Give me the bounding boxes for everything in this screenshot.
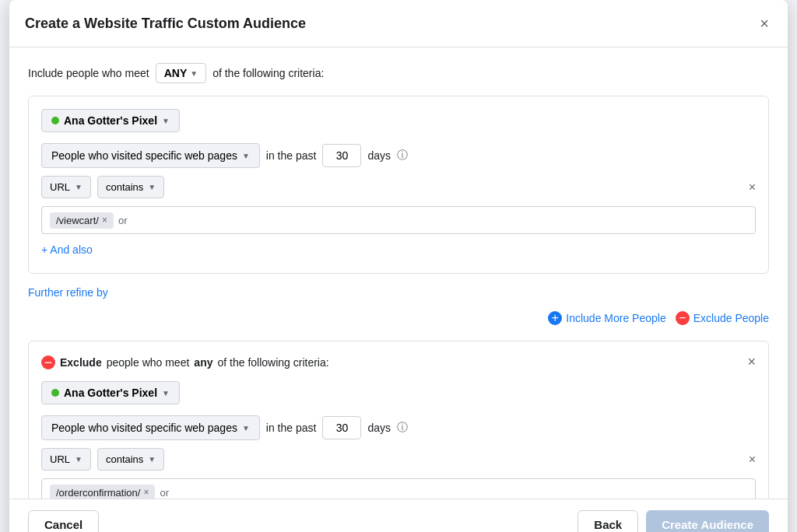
include-url-label: URL xyxy=(50,181,70,193)
exclude-tag-value: /orderconfirmation/ xyxy=(56,487,140,499)
include-url-row: URL ▼ contains ▼ × xyxy=(41,176,756,198)
any-dropdown[interactable]: ANY ▼ xyxy=(156,63,206,83)
exclude-title: − Exclude people who meet any of the fol… xyxy=(41,355,329,369)
any-chevron-icon: ▼ xyxy=(190,69,198,78)
exclude-rule-dropdown[interactable]: People who visited specific web pages ▼ xyxy=(41,415,260,440)
modal-footer: Cancel Back Create Audience xyxy=(9,499,788,532)
include-url-close-button[interactable]: × xyxy=(749,180,756,194)
exclude-people-label: Exclude People xyxy=(693,312,769,324)
exclude-url-label: URL xyxy=(50,453,70,465)
exclude-pixel-dot-icon xyxy=(51,389,59,397)
url-chevron-icon: ▼ xyxy=(75,183,83,191)
include-more-label: Include More People xyxy=(566,312,665,324)
days-label: days xyxy=(367,149,391,162)
back-button[interactable]: Back xyxy=(578,510,638,532)
include-url-dropdown[interactable]: URL ▼ xyxy=(41,176,91,198)
include-tag-remove-button[interactable]: × xyxy=(102,215,107,225)
exclude-url-close-button[interactable]: × xyxy=(749,453,756,467)
pixel-chevron-icon: ▼ xyxy=(162,117,170,125)
in-the-past-label: in the past xyxy=(266,149,317,162)
include-rule-dropdown[interactable]: People who visited specific web pages ▼ xyxy=(41,143,260,168)
exclude-orderconfirmation-tag: /orderconfirmation/ × xyxy=(50,485,155,499)
modal-container: Create a Website Traffic Custom Audience… xyxy=(9,0,788,532)
exclude-section: − Exclude people who meet any of the fol… xyxy=(28,341,769,499)
exclude-header: − Exclude people who meet any of the fol… xyxy=(41,354,756,370)
exclude-days-label: days xyxy=(367,422,391,434)
include-contains-label: contains xyxy=(106,181,143,193)
exclude-tag-input-row[interactable]: /orderconfirmation/ × or xyxy=(41,478,756,499)
exclude-url-dropdown[interactable]: URL ▼ xyxy=(41,448,91,471)
exclude-url-chevron-icon: ▼ xyxy=(75,455,83,464)
exclude-contains-dropdown[interactable]: contains ▼ xyxy=(97,448,164,471)
exclude-url-row: URL ▼ contains ▼ × xyxy=(41,448,756,471)
include-further-refine-button[interactable]: Further refine by xyxy=(28,283,108,302)
exclude-keyword: Exclude xyxy=(60,356,102,369)
modal-title: Create a Website Traffic Custom Audience xyxy=(25,16,306,32)
exclude-pixel-chevron-icon: ▼ xyxy=(162,389,170,397)
include-pixel-header: Ana Gotter's Pixel ▼ xyxy=(41,109,756,132)
rule-chevron-icon: ▼ xyxy=(242,152,250,160)
exclude-rule-row: People who visited specific web pages ▼ … xyxy=(41,415,756,440)
exclude-people-button[interactable]: − Exclude People xyxy=(676,311,769,325)
exclude-in-the-past-label: in the past xyxy=(266,422,317,434)
exclude-tag-remove-button[interactable]: × xyxy=(143,488,149,497)
exclude-minus-icon: − xyxy=(676,311,690,325)
include-viewcart-tag: /viewcart/ × xyxy=(50,212,114,229)
include-plus-icon: + xyxy=(548,311,562,325)
include-rule-row: People who visited specific web pages ▼ … xyxy=(41,143,756,168)
include-and-also-button[interactable]: + And also xyxy=(41,239,93,261)
pixel-dot-icon xyxy=(51,117,59,124)
exclude-suffix: of the following criteria: xyxy=(217,356,328,369)
include-rule-label: People who visited specific web pages xyxy=(51,149,237,162)
footer-right: Back Create Audience xyxy=(578,510,769,532)
actions-row: + Include More People − Exclude People xyxy=(28,311,769,325)
include-pixel-section: Ana Gotter's Pixel ▼ People who visited … xyxy=(28,96,769,274)
include-criteria-header: Include people who meet ANY ▼ of the fol… xyxy=(28,63,769,83)
modal-header: Create a Website Traffic Custom Audience… xyxy=(9,0,788,47)
exclude-minus-circle-icon: − xyxy=(41,355,55,369)
include-tag-value: /viewcart/ xyxy=(56,215,99,226)
include-pixel-button[interactable]: Ana Gotter's Pixel ▼ xyxy=(41,109,180,132)
exclude-info-icon: ⓘ xyxy=(397,421,408,435)
exclude-pixel-button[interactable]: Ana Gotter's Pixel ▼ xyxy=(41,381,180,404)
include-tag-input-row[interactable]: /viewcart/ × or xyxy=(41,206,756,234)
criteria-prefix: Include people who meet xyxy=(28,67,149,79)
exclude-pixel-name: Ana Gotter's Pixel xyxy=(64,387,157,399)
include-days-input[interactable] xyxy=(322,144,361,167)
exclude-rule-chevron-icon: ▼ xyxy=(242,424,250,432)
exclude-middle: people who meet xyxy=(107,356,190,369)
criteria-suffix: of the following criteria: xyxy=(212,67,324,79)
exclude-days-input[interactable] xyxy=(322,416,361,439)
include-more-people-button[interactable]: + Include More People xyxy=(548,311,665,325)
include-contains-dropdown[interactable]: contains ▼ xyxy=(97,176,164,198)
exclude-rule-label: People who visited specific web pages xyxy=(51,422,237,434)
create-audience-button[interactable]: Create Audience xyxy=(646,510,769,532)
exclude-pixel-header: Ana Gotter's Pixel ▼ xyxy=(41,381,756,404)
info-icon: ⓘ xyxy=(397,149,408,163)
exclude-or-label: or xyxy=(160,487,169,499)
exclude-close-button[interactable]: × xyxy=(747,354,756,370)
exclude-contains-chevron-icon: ▼ xyxy=(148,455,156,464)
cancel-button[interactable]: Cancel xyxy=(28,510,99,532)
modal-body: Include people who meet ANY ▼ of the fol… xyxy=(9,47,788,499)
exclude-any-label: any xyxy=(194,356,212,369)
include-or-label: or xyxy=(118,215,128,226)
exclude-contains-label: contains xyxy=(106,453,143,465)
include-pixel-name: Ana Gotter's Pixel xyxy=(64,114,157,127)
close-button[interactable]: × xyxy=(757,12,772,34)
contains-chevron-icon: ▼ xyxy=(148,183,156,191)
